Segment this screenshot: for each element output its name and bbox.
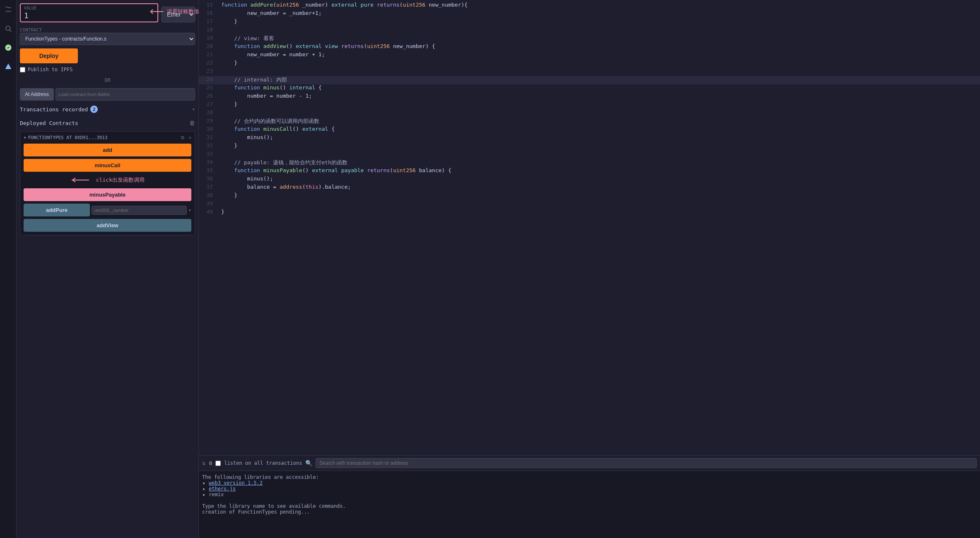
line-number: 32	[199, 142, 220, 151]
load-address-input[interactable]	[56, 88, 195, 101]
line-number: 25	[199, 84, 220, 93]
line-content	[220, 68, 980, 76]
line-content: // payable: 递钱，能给合约支付eth的函数	[220, 159, 980, 167]
deploy-button[interactable]: Deploy	[20, 48, 78, 63]
fn-minusCall-button[interactable]: minusCall	[24, 159, 191, 172]
terminal-line-2: Type the library name to see available c…	[202, 503, 346, 509]
deployed-contracts-row: Deployed Contracts 🗑	[20, 118, 195, 128]
code-token: (	[273, 2, 276, 8]
contract-select[interactable]: FunctionTypes - contracts/Function.s	[20, 33, 195, 45]
code-token: function	[234, 126, 263, 132]
terminal-toggle[interactable]: ⇅	[202, 460, 205, 466]
value-section: VALUE Wei Gwei Finney Ether 设置转账数值	[20, 3, 195, 22]
code-token: minusCall	[263, 126, 292, 132]
terminal-content: The following libraries are accessible: …	[199, 471, 980, 538]
line-number: 21	[199, 51, 220, 60]
code-line-26: 26 number = number - 1;	[199, 93, 980, 101]
line-content: }	[220, 60, 980, 68]
chevron-expand-icon[interactable]: ▾	[24, 135, 27, 140]
code-token: minus();	[221, 134, 273, 140]
line-content: }	[220, 142, 980, 151]
code-token	[221, 167, 234, 173]
code-token: view	[325, 43, 338, 49]
close-icon[interactable]: ✕	[188, 135, 191, 140]
line-content: // 合约内的函数可以调用内部函数	[220, 118, 980, 126]
code-token: number = number - 1;	[221, 93, 312, 99]
terminal-web3-link[interactable]: web3 version 1.5.2	[209, 480, 263, 486]
code-token: balance) {	[416, 167, 451, 173]
value-input[interactable]	[24, 11, 154, 20]
sidebar-icon-files[interactable]	[2, 3, 14, 16]
line-number: 15	[199, 2, 220, 10]
line-content: // internal: 内部	[220, 76, 980, 84]
code-token: new_number = _number+1;	[221, 10, 322, 16]
line-number: 24	[199, 76, 220, 84]
svg-point-0	[6, 26, 10, 31]
code-token	[374, 2, 377, 8]
line-content: minus();	[220, 175, 980, 184]
at-address-button[interactable]: At Address	[20, 88, 54, 101]
code-token: returns	[341, 43, 364, 49]
transactions-row[interactable]: Transactions recorded 2 ▾	[20, 104, 195, 115]
code-token	[221, 126, 234, 132]
code-token: // payable: 递钱，能给合约支付eth的函数	[234, 159, 347, 166]
line-number: 34	[199, 159, 220, 167]
line-number: 18	[199, 26, 220, 35]
click-annotation-text: click出发函数调用	[96, 177, 145, 183]
code-token: uint256	[403, 2, 425, 8]
code-line-31: 31 minus();	[199, 134, 980, 142]
fn-addPure-chevron[interactable]: ▾	[188, 207, 191, 213]
fn-add-button[interactable]: add	[24, 144, 191, 156]
sidebar-icon-remix[interactable]	[2, 60, 14, 73]
svg-line-1	[10, 30, 11, 31]
code-token	[322, 43, 325, 49]
terminal-remix-text: remix	[209, 492, 224, 497]
code-line-34: 34 // payable: 递钱，能给合约支付eth的函数	[199, 159, 980, 167]
copy-icon[interactable]: ⧉	[181, 135, 184, 140]
sidebar-icons	[0, 0, 17, 538]
code-token: new_number) {	[390, 43, 435, 49]
line-number: 23	[199, 68, 220, 76]
ether-select[interactable]: Wei Gwei Finney Ether	[162, 7, 195, 22]
fn-addPure-button[interactable]: addPure	[24, 204, 90, 216]
code-token: minus();	[221, 175, 273, 182]
code-token: internal	[289, 84, 315, 91]
code-token	[338, 43, 341, 49]
contract-label: CONTRACT	[20, 27, 195, 33]
code-token: ()	[286, 43, 296, 49]
code-line-29: 29 // 合约内的函数可以调用内部函数	[199, 118, 980, 126]
code-token	[221, 84, 234, 91]
contract-instance-header: ▾ FUNCTIONTYPES AT 0XD91...3913 ⧉ ✕	[24, 135, 191, 140]
line-number: 40	[199, 209, 220, 217]
terminal-search-input[interactable]	[316, 458, 977, 468]
line-content	[220, 26, 980, 35]
line-number: 22	[199, 60, 220, 68]
terminal-line-3: creation of FunctionTypes pending...	[202, 509, 310, 515]
fn-buttons: add minusCall click出发函数调用 minusPayable a…	[24, 144, 191, 232]
terminal-ethers-link[interactable]: ethers.js	[209, 486, 236, 492]
code-token: function	[234, 167, 263, 173]
fn-addPure-row: addPure ▾	[24, 204, 191, 216]
fn-addPure-param[interactable]	[92, 206, 187, 215]
code-editor: 15function addPure(uint256 _number) exte…	[199, 0, 980, 538]
fn-minusPayable-button[interactable]: minusPayable	[24, 188, 191, 201]
publish-ipfs-checkbox[interactable]	[20, 67, 25, 72]
line-content	[220, 200, 980, 209]
at-address-row: At Address	[20, 88, 195, 101]
sidebar-icon-search[interactable]	[2, 22, 14, 35]
code-token: balance =	[221, 184, 280, 190]
click-annotation: click出发函数调用	[24, 174, 191, 186]
svg-marker-3	[5, 64, 11, 70]
code-token: {	[328, 126, 335, 132]
listen-checkbox[interactable]	[215, 461, 221, 466]
fn-addView-button[interactable]: addView	[24, 219, 191, 232]
line-content	[220, 151, 980, 159]
trash-icon[interactable]: 🗑	[189, 120, 195, 126]
line-number: 39	[199, 200, 220, 209]
line-content: }	[220, 209, 980, 217]
search-icon[interactable]: 🔍	[305, 460, 312, 466]
sidebar-icon-deploy[interactable]	[2, 41, 14, 54]
code-token: (	[390, 167, 393, 173]
line-number: 37	[199, 184, 220, 192]
line-content	[220, 109, 980, 118]
